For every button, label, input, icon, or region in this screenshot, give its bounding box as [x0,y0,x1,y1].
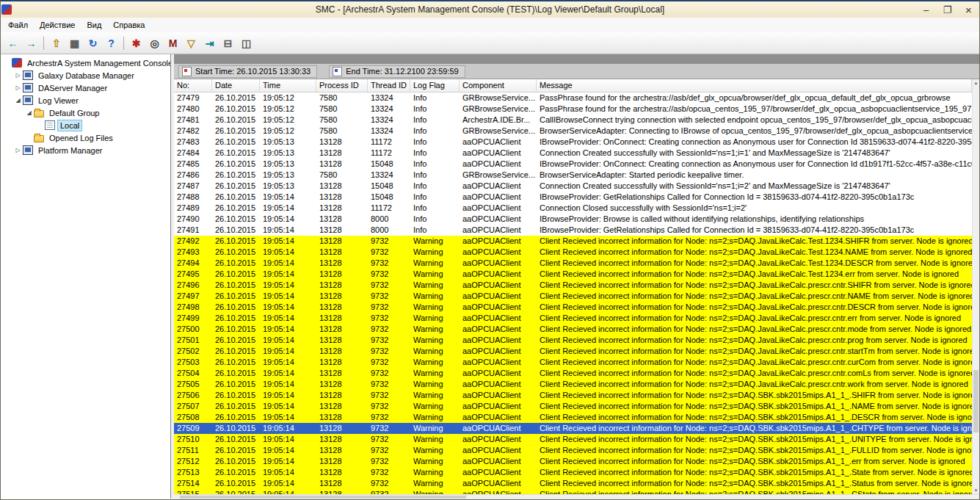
up-one-level-button[interactable]: ⇧ [47,35,65,51]
print-button[interactable]: ⊟ [219,35,237,51]
cell-process-id: 13128 [316,467,368,478]
table-row[interactable]: 2750926.10.201519:05:14131289732Warninga… [174,423,972,434]
table-row[interactable]: 2750726.10.201519:05:14131289732Warninga… [174,401,972,412]
cell-component: GRBrowseService... [460,170,537,181]
end-time-filter-button[interactable]: End Time: 31.12.2100 23:59:59 [329,65,465,78]
table-row[interactable]: 2751326.10.201519:05:14131289732Warninga… [174,467,972,478]
table-row[interactable]: 2747926.10.201519:05:12758013324InfoGRBr… [174,93,972,104]
menu-help[interactable]: Справка [107,19,150,31]
start-time-filter-button[interactable]: Start Time: 26.10.2015 13:30:33 [178,65,317,78]
expander-icon[interactable]: ▷ [14,147,22,153]
cell-message: Connection Created successfully with Ses… [537,148,972,159]
tree-item-log-viewer[interactable]: ◢Log Viewer [1,94,170,106]
table-row[interactable]: 2751526.10.201519:05:14131289732Warninga… [174,489,972,494]
table-row[interactable]: 2748626.10.201519:05:13758013324InfoGRBr… [174,170,972,181]
settings-button[interactable]: ✱ [127,35,145,51]
table-row[interactable]: 2749826.10.201519:05:14131289732Warninga… [174,302,972,313]
expander-icon[interactable]: ▷ [14,72,22,79]
table-row[interactable]: 2749326.10.201519:05:14131289732Warninga… [174,247,972,258]
expander-icon[interactable]: ◢ [14,97,22,104]
table-row[interactable]: 2749626.10.201519:05:14131289732Warninga… [174,280,972,291]
vertical-scrollbar[interactable]: ▲ ▼ [972,79,979,494]
column-header-no[interactable]: No: [174,79,212,92]
minimize-button[interactable]: – [915,2,937,17]
cell-thread-id: 9732 [368,258,410,269]
table-row[interactable]: 2749226.10.201519:05:14131289732Warninga… [174,236,972,247]
table-row[interactable]: 2748326.10.201519:05:131312811172InfoaaO… [174,137,972,148]
cell-process-id: 13128 [316,335,368,346]
maximize-button[interactable]: ❐ [937,2,958,17]
tree-item-archestra-root[interactable]: ArchestrA System Management Console (TES… [1,57,170,69]
table-row[interactable]: 2749526.10.201519:05:14131289732Warninga… [174,269,972,280]
close-button[interactable]: × [958,2,979,17]
table-row[interactable]: 2751226.10.201519:05:14131289732Warninga… [174,456,972,467]
cell-log-flag: Warning [410,291,460,302]
table-row[interactable]: 2749426.10.201519:05:14131289732Warninga… [174,258,972,269]
table-row[interactable]: 2748926.10.201519:05:141312811172InfoaaO… [174,203,972,214]
cell-thread-id: 9732 [368,434,410,445]
menu-view[interactable]: Вид [81,19,107,31]
vertical-scroll-thumb[interactable] [973,370,979,432]
table-row[interactable]: 2749726.10.201519:05:14131289732Warninga… [174,291,972,302]
tree-item-label: Opened Log Files [46,132,116,144]
horizontal-scrollbar[interactable] [174,494,979,499]
forward-button[interactable]: → [22,35,40,51]
table-row[interactable]: 2749926.10.201519:05:14131289732Warninga… [174,313,972,324]
cell-log-flag: Warning [410,434,460,445]
table-row[interactable]: 2750326.10.201519:05:14131289732Warninga… [174,357,972,368]
filter-button[interactable]: ▽ [182,35,200,51]
help-button[interactable]: ? [102,35,120,51]
column-header-time[interactable]: Time [260,79,316,92]
tree-item-opened-log-files[interactable]: Opened Log Files [1,131,170,144]
horizontal-scroll-thumb[interactable] [180,496,466,499]
table-row[interactable]: 2750626.10.201519:05:14131289732Warninga… [174,390,972,401]
cell-no: 27494 [174,258,212,269]
column-header-log-flag[interactable]: Log Flag [410,79,460,92]
table-row[interactable]: 2748726.10.201519:05:131312815048InfoaaO… [174,181,972,192]
menu-action[interactable]: Действие [34,19,81,31]
console-tree-icon: ▦ [70,37,79,49]
tree-item-local[interactable]: Local [1,119,170,131]
tree-item-daserver-manager[interactable]: ▷DAServer Manager [1,81,170,94]
find-button[interactable]: ◎ [145,35,164,51]
expander-icon[interactable]: ◢ [25,109,33,116]
export-messages-button[interactable]: ⇥ [200,35,219,51]
expander-icon[interactable]: ▷ [14,84,22,91]
table-row[interactable]: 2750026.10.201519:05:14131289732Warninga… [174,324,972,335]
table-row[interactable]: 2751126.10.201519:05:14131289732Warninga… [174,445,972,456]
menu-file[interactable]: Файл [2,19,34,31]
table-row[interactable]: 2748526.10.201519:05:131312815048InfoaaO… [174,159,972,170]
toolbar-separator [43,37,44,50]
column-header-process-id[interactable]: Process ID [316,79,368,92]
table-row[interactable]: 2748026.10.201519:05:12758013324InfoGRBr… [174,104,972,115]
scroll-down-icon[interactable]: ▼ [973,487,979,494]
table-row[interactable]: 2750426.10.201519:05:14131289732Warninga… [174,368,972,379]
table-row[interactable]: 2748126.10.201519:05:12758013324InfoArch… [174,115,972,126]
mark-button[interactable]: M [164,35,182,51]
table-row[interactable]: 2749026.10.201519:05:14131288000InfoaaOP… [174,214,972,225]
table-row[interactable]: 2748826.10.201519:05:141312815048InfoaaO… [174,192,972,203]
refresh-button[interactable]: ↻ [84,35,102,51]
table-row[interactable]: 2750126.10.201519:05:14131289732Warninga… [174,335,972,346]
cell-process-id: 13128 [316,357,368,368]
back-button[interactable]: ← [4,35,22,51]
table-row[interactable]: 2751026.10.201519:05:14131289732Warninga… [174,434,972,445]
column-header-date[interactable]: Date [212,79,260,92]
titlebar[interactable]: SMC - [ArchestrA System Management Conso… [1,1,979,18]
print-preview-button[interactable]: ◫ [237,35,255,51]
tree-item-galaxy-database-manager[interactable]: ▷Galaxy Database Manager [1,69,170,81]
table-row[interactable]: 2748226.10.201519:05:12758013324InfoGRBr… [174,126,972,137]
table-row[interactable]: 2748426.10.201519:05:131312811172InfoaaO… [174,148,972,159]
tree-item-default-group[interactable]: ◢Default Group [1,106,170,119]
tree-item-platform-manager[interactable]: ▷Platform Manager [1,144,170,156]
table-row[interactable]: 2750526.10.201519:05:14131289732Warninga… [174,379,972,390]
column-header-message[interactable]: Message [537,79,972,92]
console-tree-button[interactable]: ▦ [65,35,84,51]
scroll-up-icon[interactable]: ▲ [973,79,979,87]
table-row[interactable]: 2750826.10.201519:05:14131289732Warninga… [174,412,972,423]
column-header-thread-id[interactable]: Thread ID [368,79,410,92]
table-row[interactable]: 2750226.10.201519:05:14131289732Warninga… [174,346,972,357]
table-row[interactable]: 2749126.10.201519:05:14131288000InfoaaOP… [174,225,972,236]
column-header-component[interactable]: Component [460,79,537,92]
table-row[interactable]: 2751426.10.201519:05:14131289732Warninga… [174,478,972,489]
